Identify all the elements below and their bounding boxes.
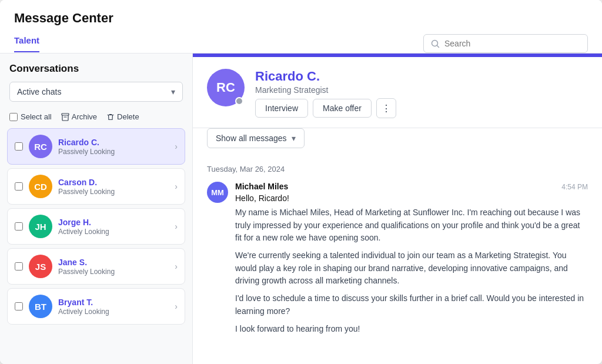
conv-checkbox[interactable] (15, 222, 23, 231)
conv-info: Jane S. Passively Looking (58, 258, 169, 276)
chat-profile: RC Ricardo C. Marketing Strategist Inter… (193, 57, 602, 128)
conv-checkbox[interactable] (15, 262, 23, 271)
tabs-search-row: Talent (14, 34, 588, 53)
conv-status: Passively Looking (58, 268, 169, 276)
online-status-dot (235, 97, 243, 105)
conv-chevron-icon: › (175, 302, 178, 311)
conv-avatar: CD (29, 175, 52, 198)
conv-chevron-icon: › (175, 262, 178, 271)
actions-row: Select all Archive Delete (0, 108, 192, 126)
filter-label: Active chats (17, 87, 61, 96)
select-all-input[interactable] (9, 113, 18, 121)
conv-chevron-icon: › (175, 182, 178, 191)
make-offer-button[interactable]: Make offer (313, 99, 372, 118)
messages-filter: Show all messages ▾ (193, 128, 602, 155)
filter-dropdown[interactable]: Active chats ▾ (9, 82, 183, 102)
svg-rect-2 (62, 113, 69, 115)
conv-chevron-icon: › (175, 142, 178, 151)
more-options-button[interactable]: ⋮ (376, 98, 396, 118)
message-body: My name is Michael Miles, Head of Market… (235, 206, 588, 335)
conv-name: Jorge H. (58, 218, 169, 227)
search-box (423, 34, 588, 53)
tab-talent[interactable]: Talent (14, 35, 39, 52)
sidebar-header: Conversations Active chats ▾ (0, 54, 192, 108)
conv-status: Actively Looking (58, 228, 169, 236)
interview-button[interactable]: Interview (255, 99, 308, 118)
select-all-label: Select all (21, 112, 52, 121)
filter-chevron-icon: ▾ (171, 87, 175, 96)
message-header: Michael Miles 4:54 PM (235, 182, 588, 191)
archive-label: Archive (72, 112, 97, 121)
delete-icon (106, 113, 115, 121)
svg-line-1 (437, 45, 439, 47)
conv-avatar: JS (29, 255, 52, 278)
select-all-checkbox[interactable]: Select all (9, 112, 52, 121)
conversation-item[interactable]: CD Carson D. Passively Looking › (7, 168, 185, 205)
sidebar-title: Conversations (9, 63, 183, 75)
message-sender: Michael Miles (235, 182, 288, 191)
profile-actions: Interview Make offer ⋮ (255, 98, 588, 118)
conv-name: Bryant T. (58, 298, 169, 307)
message-greeting: Hello, Ricardo! (235, 193, 588, 203)
profile-role: Marketing Strategist (255, 85, 588, 95)
page-title: Message Center (14, 11, 588, 26)
date-divider: Tuesday, Mar 26, 2024 (207, 165, 588, 173)
profile-name: Ricardo C. (255, 69, 588, 84)
conv-status: Actively Looking (58, 308, 169, 316)
show-messages-label: Show all messages (216, 133, 287, 143)
conv-info: Bryant T. Actively Looking (58, 298, 169, 316)
top-header: Message Center Talent (0, 0, 602, 54)
conv-status: Passively Looking (58, 148, 169, 156)
conv-avatar: RC (29, 135, 52, 158)
conv-avatar: BT (29, 295, 52, 318)
messages-area[interactable]: Tuesday, Mar 26, 2024 MM Michael Miles 4… (193, 155, 602, 364)
message-avatar: MM (207, 182, 228, 203)
main-content: Conversations Active chats ▾ Select all (0, 54, 602, 364)
conv-info: Jorge H. Actively Looking (58, 218, 169, 236)
message-block: MM Michael Miles 4:54 PM Hello, Ricardo!… (207, 182, 588, 340)
conversation-list: RC Ricardo C. Passively Looking › CD Car… (0, 126, 192, 364)
conv-checkbox[interactable] (15, 182, 23, 191)
message-time: 4:54 PM (561, 183, 588, 191)
conv-status: Passively Looking (58, 188, 169, 196)
conv-info: Carson D. Passively Looking (58, 178, 169, 196)
delete-label: Delete (117, 112, 139, 121)
search-input[interactable] (444, 39, 580, 48)
conv-name: Jane S. (58, 258, 169, 267)
conv-chevron-icon: › (175, 222, 178, 231)
show-messages-button[interactable]: Show all messages ▾ (207, 128, 305, 148)
conv-checkbox[interactable] (15, 142, 23, 151)
chat-panel: RC Ricardo C. Marketing Strategist Inter… (193, 54, 602, 364)
sidebar: Conversations Active chats ▾ Select all (0, 54, 193, 364)
message-content: Michael Miles 4:54 PM Hello, Ricardo! My… (235, 182, 588, 340)
msg-avatar-placeholder: MM (207, 182, 228, 203)
messages-chevron-icon: ▾ (292, 133, 296, 143)
profile-avatar: RC (207, 69, 245, 106)
app-container: Message Center Talent Conversations Acti… (0, 0, 602, 364)
conversation-item[interactable]: JH Jorge H. Actively Looking › (7, 208, 185, 245)
conv-info: Ricardo C. Passively Looking (58, 138, 169, 156)
profile-info: Ricardo C. Marketing Strategist Intervie… (255, 69, 588, 118)
conv-avatar: JH (29, 215, 52, 238)
conv-name: Ricardo C. (58, 138, 169, 147)
delete-button[interactable]: Delete (106, 112, 139, 121)
more-dots-icon: ⋮ (382, 103, 391, 114)
archive-icon (61, 113, 69, 121)
conversation-item[interactable]: JS Jane S. Passively Looking › (7, 248, 185, 285)
conversation-item[interactable]: RC Ricardo C. Passively Looking › (7, 128, 185, 165)
archive-button[interactable]: Archive (61, 112, 97, 121)
conversation-item[interactable]: BT Bryant T. Actively Looking › (7, 288, 185, 325)
conv-checkbox[interactable] (15, 302, 23, 310)
search-icon (431, 39, 440, 48)
conv-name: Carson D. (58, 178, 169, 187)
